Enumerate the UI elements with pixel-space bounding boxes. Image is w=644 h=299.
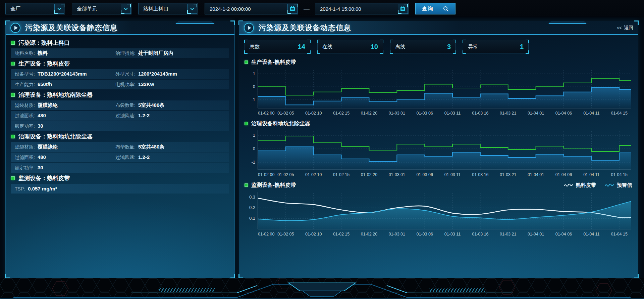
- corner-accent: [380, 50, 383, 54]
- svg-text:0.1: 0.1: [249, 216, 255, 221]
- svg-text:01-02 15: 01-02 15: [333, 172, 350, 177]
- wavy-line-icon: [605, 183, 614, 187]
- field-label: 生产能力:: [15, 82, 35, 88]
- svg-text:01-04 11: 01-04 11: [583, 232, 599, 237]
- field-label: 外型尺寸:: [115, 71, 136, 77]
- treatment-chart-canvas: 10-101-02 0001-02 0501-02 1001-02 1501-0…: [245, 129, 633, 178]
- stat-value: 3: [447, 43, 451, 51]
- svg-text:01-04 11: 01-04 11: [583, 111, 599, 116]
- svg-text:-1: -1: [251, 160, 255, 165]
- stat-label: 在线: [322, 44, 332, 50]
- svg-text:0.2: 0.2: [249, 205, 255, 210]
- info-row: 额定功率:30: [11, 121, 229, 131]
- green-square-icon: [245, 60, 248, 64]
- chevron-down-icon[interactable]: [54, 4, 64, 14]
- stat-label: 异常: [468, 44, 478, 50]
- field-value: 132Kw: [138, 81, 154, 87]
- treatment-chart-title: 治理设备料地坑北除尘器: [251, 120, 310, 127]
- start-date-input[interactable]: 2024-1-2 00:00:00: [205, 3, 298, 14]
- svg-text:01-04 11: 01-04 11: [583, 172, 599, 177]
- field-label: 过滤面积:: [15, 113, 35, 119]
- field-label: 过滤面积:: [15, 155, 35, 161]
- legend-item-warning[interactable]: 预警信: [605, 182, 632, 188]
- svg-text:01-04 01: 01-04 01: [528, 111, 544, 116]
- svg-text:01-03 01: 01-03 01: [389, 232, 405, 237]
- svg-text:0: 0: [253, 146, 255, 151]
- field-label: TSP:: [15, 186, 25, 191]
- corner-accent: [453, 50, 456, 54]
- query-button[interactable]: 查询: [415, 3, 455, 14]
- svg-text:1: 1: [253, 133, 255, 138]
- svg-text:01-04 06: 01-04 06: [555, 111, 572, 116]
- info-field: 额定功率:30: [15, 123, 43, 129]
- chevron-down-icon[interactable]: [121, 4, 131, 14]
- info-field: 生产能力:650t/h: [15, 81, 115, 88]
- plant-select-value: 全厂: [10, 6, 20, 12]
- svg-text:01-02 20: 01-02 20: [361, 172, 377, 177]
- green-square-icon: [245, 183, 248, 187]
- svg-text:01-03 16: 01-03 16: [472, 111, 488, 116]
- corner-accent: [307, 40, 311, 43]
- info-field: 额定功率:30: [15, 165, 43, 171]
- svg-text:01-03 21: 01-03 21: [500, 172, 516, 177]
- calendar-icon[interactable]: [398, 4, 408, 14]
- field-label: 物料名称:: [15, 50, 35, 56]
- field-value: 30: [38, 123, 43, 129]
- footer-decoration: [0, 278, 644, 299]
- legend-item-belt[interactable]: 熟料皮带: [564, 182, 596, 188]
- info-field: 物料名称:熟料: [15, 50, 115, 56]
- svg-text:01-02 05: 01-02 05: [277, 232, 294, 237]
- plant-select[interactable]: 全厂: [5, 3, 65, 14]
- svg-text:01-03 21: 01-03 21: [500, 232, 516, 237]
- stat-card: 异常1: [463, 40, 529, 53]
- point-select[interactable]: 熟料上料口: [138, 3, 198, 14]
- stat-label: 总数: [250, 44, 260, 50]
- chart-block-treatment: 治理设备料地坑北除尘器 10-101-02 0001-02 0501-02 10…: [239, 119, 638, 178]
- info-row: 设备型号:TDB1200*204143mm外型尺寸:1200*204143mm: [11, 69, 229, 79]
- svg-text:01-02 10: 01-02 10: [305, 172, 322, 177]
- svg-text:01-02 10: 01-02 10: [305, 111, 322, 116]
- end-date-input[interactable]: 2024-1-4 15:00:00: [315, 3, 409, 14]
- section-label: 生产设备：熟料皮带: [18, 60, 70, 68]
- section-label: 治理设备：熟料地坑南除尘器: [18, 91, 93, 99]
- section-label: 治理设备：熟料地坑北除尘器: [18, 133, 93, 140]
- info-row: 过滤面积:480过鸿风速:1.2-2: [11, 153, 229, 162]
- svg-text:01-04 06: 01-04 06: [555, 232, 572, 237]
- dynamic-info-title: 污染源及关联设备动态信息: [259, 23, 351, 33]
- corner-accent: [244, 40, 248, 43]
- info-field: 设备型号:TDB1200*204143mm: [15, 71, 115, 77]
- green-square-icon: [11, 135, 15, 138]
- info-row: 滤袋材质:覆膜涤纶布华数量:5室共480条: [11, 142, 229, 152]
- field-value: 熟料: [38, 50, 48, 56]
- green-square-icon: [11, 93, 15, 97]
- green-square-icon: [11, 41, 15, 45]
- corner-accent: [390, 50, 393, 54]
- svg-text:01-03 11: 01-03 11: [444, 111, 461, 116]
- wavy-line-icon: [564, 183, 573, 187]
- corner-accent: [380, 40, 383, 43]
- calendar-icon[interactable]: [287, 4, 298, 14]
- info-field: 布华数量:5室共480条: [115, 144, 164, 150]
- stat-card: 在线10: [317, 40, 383, 53]
- green-square-icon: [11, 176, 15, 180]
- svg-text:01-02 00: 01-02 00: [258, 172, 274, 177]
- unit-select-value: 全部单元: [77, 6, 97, 12]
- static-info-title: 污染源及关联设备静态信息: [25, 23, 118, 33]
- chevron-down-icon[interactable]: [187, 4, 197, 14]
- point-select-value: 熟料上料口: [143, 6, 168, 12]
- field-value: 1.2-2: [138, 113, 150, 118]
- svg-text:01-02 05: 01-02 05: [277, 111, 294, 116]
- date-range-separator: —: [304, 5, 310, 12]
- play-circle-icon: [244, 23, 254, 33]
- back-button[interactable]: << 返回: [617, 21, 633, 34]
- field-value: 480: [38, 154, 46, 160]
- svg-text:01-04 15: 01-04 15: [611, 111, 628, 116]
- corner-accent: [307, 50, 311, 54]
- info-field: 过滤面积:480: [15, 113, 115, 119]
- corner-accent: [317, 40, 320, 43]
- section-header: 生产设备：熟料皮带: [11, 59, 229, 69]
- unit-select[interactable]: 全部单元: [72, 3, 131, 14]
- static-info-list: 污染源：熟料上料口物料名称:熟料治理措施:处于封闭厂房内生产设备：熟料皮带设备型…: [6, 35, 234, 194]
- field-value: 30: [38, 165, 43, 170]
- svg-text:01-03 01: 01-03 01: [389, 172, 405, 177]
